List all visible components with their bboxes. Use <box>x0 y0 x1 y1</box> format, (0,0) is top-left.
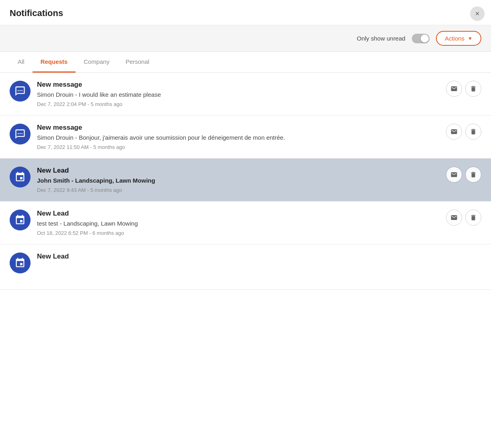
notification-time: Dec 7, 2022 2:04 PM - 5 months ago <box>37 101 440 107</box>
notification-icon-message <box>10 124 31 145</box>
close-icon: × <box>475 10 480 18</box>
trash-icon <box>470 214 477 221</box>
actions-label: Actions <box>445 35 464 42</box>
notification-body: test test - Landscaping, Lawn Mowing <box>37 219 440 228</box>
svg-point-2 <box>21 90 23 91</box>
tabs-bar: All Requests Company Personal <box>0 52 491 73</box>
envelope-icon <box>450 85 458 92</box>
notification-actions <box>446 81 481 97</box>
notification-icon-calendar <box>10 253 31 273</box>
notification-content: New Lead John Smith - Landscaping, Lawn … <box>37 167 440 193</box>
notification-actions <box>446 124 481 140</box>
only-show-unread-label: Only show unread <box>357 35 405 42</box>
notification-body: Simon Drouin - I would like an estimate … <box>37 90 440 99</box>
notification-item: New Lead <box>0 244 491 290</box>
svg-point-4 <box>20 133 21 134</box>
envelope-icon <box>450 214 458 221</box>
chevron-down-icon: ▼ <box>468 36 473 41</box>
notification-item: New Lead John Smith - Landscaping, Lawn … <box>0 159 491 202</box>
tab-company[interactable]: Company <box>76 52 117 73</box>
notification-icon-message <box>10 81 31 102</box>
trash-icon <box>470 128 477 135</box>
mark-read-button[interactable] <box>446 210 462 226</box>
notification-title: New Lead <box>37 167 440 175</box>
delete-button[interactable] <box>465 167 481 183</box>
panel-header: Notifications × <box>0 0 491 25</box>
envelope-icon <box>450 128 458 135</box>
svg-point-0 <box>18 90 19 91</box>
notification-body: John Smith - Landscaping, Lawn Mowing <box>37 176 440 185</box>
notification-title: New Lead <box>37 210 440 218</box>
notification-body: Simon Drouin - Bonjour, j'aimerais avoir… <box>37 133 440 142</box>
notification-title: New message <box>37 124 440 132</box>
notification-title: New message <box>37 81 440 89</box>
notification-item: New Lead test test - Landscaping, Lawn M… <box>0 202 491 244</box>
notification-time: Oct 18, 2022 6:52 PM - 6 months ago <box>37 230 440 236</box>
mark-read-button[interactable] <box>446 124 462 140</box>
notification-title: New Lead <box>37 253 481 261</box>
calendar-icon <box>14 214 26 226</box>
svg-point-5 <box>21 133 23 134</box>
only-show-unread-toggle[interactable] <box>412 34 430 43</box>
tab-personal[interactable]: Personal <box>117 52 157 73</box>
mark-read-button[interactable] <box>446 81 462 97</box>
svg-point-1 <box>20 90 21 91</box>
notification-actions <box>446 167 481 183</box>
panel-title: Notifications <box>10 8 63 18</box>
message-icon <box>14 86 26 97</box>
close-button[interactable]: × <box>470 6 485 21</box>
tab-all[interactable]: All <box>10 52 33 73</box>
delete-button[interactable] <box>465 210 481 226</box>
tab-requests[interactable]: Requests <box>33 52 76 73</box>
notification-content: New Lead test test - Landscaping, Lawn M… <box>37 210 440 236</box>
notification-icon-calendar <box>10 167 31 187</box>
notification-content: New Lead <box>37 253 481 262</box>
svg-point-3 <box>18 133 19 134</box>
notification-actions <box>446 210 481 226</box>
notification-content: New message Simon Drouin - Bonjour, j'ai… <box>37 124 440 150</box>
calendar-icon <box>14 171 26 183</box>
delete-button[interactable] <box>465 124 481 140</box>
notification-time: Dec 7, 2022 11:50 AM - 5 months ago <box>37 144 440 150</box>
mark-read-button[interactable] <box>446 167 462 183</box>
toolbar: Only show unread Actions ▼ <box>0 25 491 52</box>
notification-item: New message Simon Drouin - Bonjour, j'ai… <box>0 116 491 159</box>
notification-icon-calendar <box>10 210 31 230</box>
message-icon <box>14 128 26 140</box>
envelope-open-icon <box>450 171 458 178</box>
trash-icon <box>470 85 477 92</box>
delete-button[interactable] <box>465 81 481 97</box>
actions-button[interactable]: Actions ▼ <box>436 31 481 46</box>
notifications-list: New message Simon Drouin - I would like … <box>0 73 491 290</box>
trash-icon <box>470 171 477 178</box>
calendar-icon <box>14 257 26 269</box>
notification-item: New message Simon Drouin - I would like … <box>0 73 491 116</box>
notification-time: Dec 7, 2022 9:43 AM - 5 months ago <box>37 187 440 193</box>
notification-content: New message Simon Drouin - I would like … <box>37 81 440 107</box>
notifications-panel: Notifications × Only show unread Actions… <box>0 0 491 448</box>
